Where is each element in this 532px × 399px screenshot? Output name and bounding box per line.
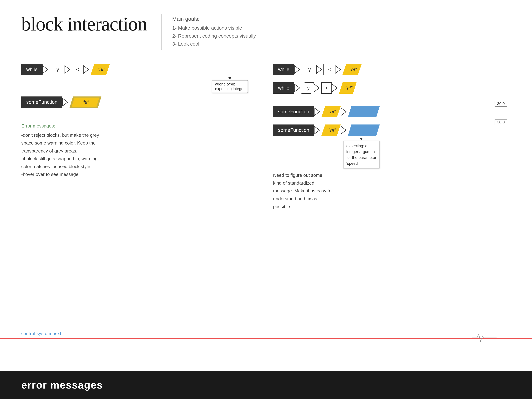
r1-arrow-3 — [335, 64, 342, 75]
svg-marker-7 — [335, 66, 341, 73]
blue-arg-1 — [348, 106, 380, 117]
svg-marker-5 — [294, 66, 300, 73]
var-y-right-2: y — [301, 82, 314, 94]
svg-marker-8 — [294, 84, 300, 92]
nav-label: control system next — [21, 331, 61, 336]
func-row-right-2: someFunction "hi" — [273, 125, 511, 136]
heartbeat-icon — [472, 332, 497, 343]
func-section-left: someFunction "hi" — [21, 96, 259, 108]
divider — [161, 14, 162, 50]
op-lt-right-2: < — [321, 82, 332, 94]
goals-section: Main goals: 1- Make possible actions vis… — [172, 14, 256, 48]
svg-marker-0 — [43, 66, 48, 73]
goal-item-3: 3- Look cool. — [172, 40, 256, 48]
nav-divider — [0, 338, 532, 339]
var-y-left: y — [50, 64, 64, 75]
str-hi-left-error: "hi" — [90, 64, 110, 75]
connector-arrow-2 — [64, 64, 72, 75]
error-tooltip-right: expecting: an integer argument for the p… — [343, 141, 380, 168]
right-panel: while y < "hi" — [273, 64, 511, 210]
error-line-2: transparency of grey areas. — [21, 147, 259, 155]
goals-heading: Main goals: — [172, 16, 256, 22]
fr2-arrow-2 — [341, 125, 348, 136]
main-content: block interaction Main goals: 1- Make po… — [0, 0, 532, 371]
while-row-left: while y < — [21, 64, 259, 75]
down-arrow-right-icon — [360, 137, 363, 141]
error-line-4: color matches focused block style. — [21, 163, 259, 171]
func-row-left: someFunction "hi" — [21, 96, 259, 108]
page-title: block interaction — [21, 14, 147, 34]
left-panel: while y < — [21, 64, 259, 210]
error-tooltip-left: wrong type: expecting integer — [212, 80, 248, 93]
r1-arrow-1 — [294, 64, 301, 75]
connector-arrow-3 — [83, 64, 90, 75]
error-messages-title: Error messages: — [21, 122, 259, 130]
error-line-5: -hover over to see message. — [21, 171, 259, 178]
func-block-left: someFunction — [21, 96, 63, 108]
goal-item-2: 2- Represent coding concepts visually — [172, 32, 256, 40]
error-line-3: -if block still gets snapped in, warning — [21, 155, 259, 163]
r2-arrow-2 — [314, 82, 321, 94]
while-row-right-1: while y < "hi" — [273, 64, 511, 75]
num-badge-1: 30.0 — [494, 101, 507, 107]
bottom-bar-title: error messages — [21, 379, 103, 391]
svg-marker-3 — [228, 77, 231, 80]
func-connector — [63, 96, 70, 108]
svg-marker-1 — [64, 66, 70, 73]
func-row-right-1: someFunction "hi" — [273, 106, 511, 117]
grey-arg-warning: "hi" — [70, 96, 101, 108]
while-error-section: while y < — [21, 64, 259, 75]
error-line-1: space some warning color. Keep the — [21, 139, 259, 147]
r1-arrow-2 — [316, 64, 323, 75]
fr1-arrow-2 — [341, 106, 348, 117]
func-block-right-2: someFunction — [273, 125, 314, 136]
str-hi-right-2: "hi" — [339, 82, 357, 94]
fr2-arrow — [314, 125, 321, 136]
op-lt-right-1: < — [323, 64, 335, 75]
svg-marker-13 — [314, 126, 320, 134]
down-arrow-icon — [228, 77, 232, 80]
svg-marker-14 — [341, 126, 346, 134]
var-y-right-1: y — [301, 64, 316, 75]
svg-marker-6 — [316, 66, 322, 73]
r2-arrow-1 — [294, 82, 301, 94]
error-arrow-right: expecting: an integer argument for the p… — [343, 137, 380, 168]
svg-marker-4 — [63, 98, 68, 106]
fr1-arrow — [314, 106, 321, 117]
error-messages-section: Error messages: -don't reject blocks, bu… — [21, 122, 259, 178]
connector-arrow-1 — [43, 64, 50, 75]
error-arrow: wrong type: expecting integer — [212, 77, 248, 93]
svg-marker-2 — [83, 66, 89, 73]
error-line-0: -don't reject blocks, but make the grey — [21, 131, 259, 139]
svg-marker-10 — [332, 84, 337, 92]
goals-list: 1- Make possible actions visible 2- Repr… — [172, 24, 256, 48]
nested-hi-left: "hi" — [72, 98, 99, 107]
goal-item-1: 1- Make possible actions visible — [172, 24, 256, 32]
op-lt-left: < — [72, 64, 83, 75]
func-right-section-1: 30.0 someFunction "hi" — [273, 106, 511, 117]
while-block-left: while — [21, 64, 43, 75]
svg-marker-12 — [341, 108, 346, 116]
bottom-bar: error messages — [0, 371, 532, 399]
str-hi-fr2-error: "hi" — [321, 125, 341, 136]
while-row-right-2: while y < "hi" — [273, 82, 511, 94]
svg-marker-15 — [360, 138, 363, 140]
while-block-right-1: while — [273, 64, 294, 75]
content-grid: while y < — [21, 64, 511, 210]
num-badge-2: 30.0 — [494, 119, 507, 125]
svg-marker-9 — [314, 84, 319, 92]
r2-arrow-3 — [332, 82, 339, 94]
while-block-right-2: while — [273, 82, 294, 94]
figure-out-text: Need to figure out some kind of standard… — [273, 171, 511, 210]
str-hi-fr1: "hi" — [321, 106, 341, 117]
func-right-section-2: 30.0 someFunction "hi" — [273, 125, 511, 210]
svg-marker-11 — [314, 108, 320, 116]
str-hi-right-1: "hi" — [342, 64, 362, 75]
header-section: block interaction Main goals: 1- Make po… — [21, 14, 511, 50]
blue-arg-2 — [348, 125, 380, 136]
func-block-right-1: someFunction — [273, 106, 314, 117]
